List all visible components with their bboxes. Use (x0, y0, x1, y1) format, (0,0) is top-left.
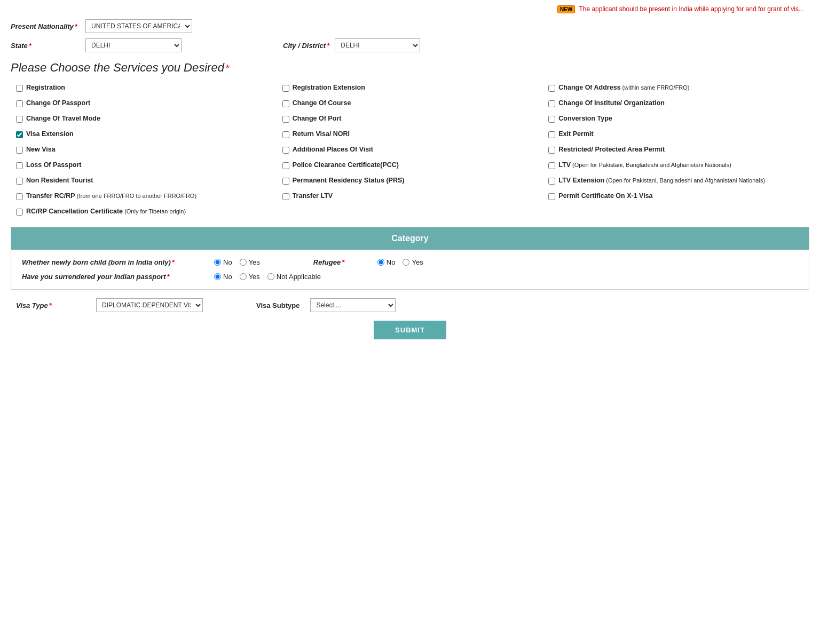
label-change-of-port[interactable]: Change Of Port (293, 115, 342, 122)
checkbox-registration-extension[interactable] (282, 85, 289, 92)
checkbox-transfer-ltv[interactable] (282, 193, 289, 200)
refugee-yes-radio[interactable] (403, 259, 409, 266)
checkbox-change-of-course[interactable] (282, 100, 289, 107)
service-item-change-of-address: Change Of Address (within same FRRO/FRO) (548, 82, 804, 93)
surrendered-passport-label: Have you surrendered your Indian passpor… (22, 273, 203, 281)
newly-born-radio-group: No Yes (214, 258, 260, 266)
checkbox-change-of-passport[interactable] (16, 100, 23, 107)
nationality-label: Present Nationality* (11, 22, 80, 30)
surrendered-radio-group: No Yes Not Applicable (214, 273, 321, 281)
label-registration[interactable]: Registration (26, 84, 65, 91)
surrendered-no[interactable]: No (214, 273, 232, 281)
category-section: Category Whether newly born child (born … (11, 227, 809, 290)
checkbox-permanent-residency[interactable] (282, 178, 289, 185)
label-change-of-address[interactable]: Change Of Address (within same FRRO/FRO) (558, 84, 689, 91)
surrendered-na[interactable]: Not Applicable (267, 273, 321, 281)
checkbox-police-clearance[interactable] (282, 162, 289, 169)
surrendered-no-radio[interactable] (214, 273, 221, 280)
section-title: Please Choose the Services you Desired* (11, 61, 809, 75)
service-item-change-of-travel-mode: Change Of Travel Mode (16, 113, 272, 124)
label-additional-places[interactable]: Additional Places Of Visit (293, 146, 373, 153)
label-change-of-passport[interactable]: Change Of Passport (26, 99, 90, 107)
submit-button[interactable]: SUBMIT (374, 321, 446, 339)
newly-born-yes[interactable]: Yes (240, 258, 260, 266)
checkbox-non-resident-tourist[interactable] (16, 178, 23, 185)
label-new-visa[interactable]: New Visa (26, 146, 56, 153)
service-item-permit-certificate-x1: Permit Certificate On X-1 Visa (548, 190, 804, 202)
label-change-of-institute[interactable]: Change Of Institute/ Organization (558, 99, 665, 107)
label-transfer-ltv[interactable]: Transfer LTV (293, 192, 333, 200)
label-restricted-area-permit[interactable]: Restricted/ Protected Area Permit (558, 146, 665, 153)
service-item-change-of-port: Change Of Port (282, 113, 538, 124)
checkbox-change-of-port[interactable] (282, 116, 289, 123)
service-item-visa-extension: Visa Extension (16, 129, 272, 140)
checkbox-registration[interactable] (16, 85, 23, 92)
checkbox-change-of-institute[interactable] (548, 100, 555, 107)
visa-type-label: Visa Type* (16, 301, 85, 309)
service-item-transfer-rc-rp: Transfer RC/RP (from one FRRO/FRO to ano… (16, 190, 272, 202)
refugee-no-radio[interactable] (377, 259, 384, 266)
service-item-transfer-ltv: Transfer LTV (282, 190, 538, 202)
service-item-ltv-extension: LTV Extension (Open for Pakistani, Bangl… (548, 175, 804, 186)
label-registration-extension[interactable]: Registration Extension (293, 84, 365, 91)
newly-born-yes-radio[interactable] (240, 259, 247, 266)
checkbox-change-of-travel-mode[interactable] (16, 116, 23, 123)
checkbox-restricted-area-permit[interactable] (548, 147, 555, 154)
newly-born-no[interactable]: No (214, 258, 232, 266)
category-header: Category (11, 227, 809, 250)
visa-subtype-select[interactable]: Select.... (310, 298, 396, 312)
nationality-select[interactable]: UNITED STATES OF AMERICA (85, 19, 192, 33)
visa-type-select[interactable]: DIPLOMATIC DEPENDENT VIS... (96, 298, 203, 312)
refugee-yes[interactable]: Yes (403, 258, 423, 266)
refugee-no[interactable]: No (377, 258, 396, 266)
service-item-additional-places: Additional Places Of Visit (282, 144, 538, 155)
checkbox-ltv-extension[interactable] (548, 178, 555, 185)
label-exit-permit[interactable]: Exit Permit (558, 130, 593, 138)
label-conversion-type[interactable]: Conversion Type (558, 115, 612, 122)
label-change-of-course[interactable]: Change Of Course (293, 99, 351, 107)
label-change-of-travel-mode[interactable]: Change Of Travel Mode (26, 115, 100, 122)
label-return-visa-nori[interactable]: Return Visa/ NORI (293, 130, 350, 138)
label-permanent-residency[interactable]: Permanent Residency Status (PRS) (293, 177, 405, 184)
checkbox-transfer-rc-rp[interactable] (16, 193, 23, 200)
checkbox-return-visa-nori[interactable] (282, 131, 289, 138)
service-item-permanent-residency: Permanent Residency Status (PRS) (282, 175, 538, 186)
surrendered-na-radio[interactable] (267, 273, 274, 280)
label-non-resident-tourist[interactable]: Non Resident Tourist (26, 177, 93, 184)
checkbox-permit-certificate-x1[interactable] (548, 193, 555, 200)
checkbox-conversion-type[interactable] (548, 116, 555, 123)
checkbox-additional-places[interactable] (282, 147, 289, 154)
checkbox-visa-extension[interactable] (16, 131, 23, 138)
label-transfer-rc-rp[interactable]: Transfer RC/RP (from one FRRO/FRO to ano… (26, 192, 196, 200)
label-visa-extension[interactable]: Visa Extension (26, 130, 74, 138)
label-ltv[interactable]: LTV (Open for Pakistani, Bangladeshi and… (558, 161, 731, 169)
label-ltv-extension[interactable]: LTV Extension (Open for Pakistani, Bangl… (558, 177, 765, 184)
label-police-clearance[interactable]: Police Clearance Certificate(PCC) (293, 161, 399, 169)
newly-born-label: Whether newly born child (born in India … (22, 258, 203, 266)
top-notice: NEW The applicant should be present in I… (11, 5, 809, 13)
surrendered-passport-row: Have you surrendered your Indian passpor… (22, 273, 798, 281)
refugee-radio-group: No Yes (377, 258, 423, 266)
label-loss-of-passport[interactable]: Loss Of Passport (26, 161, 82, 169)
checkbox-ltv[interactable] (548, 162, 555, 169)
service-item-rc-rp-cancellation: RC/RP Cancellation Certificate (Only for… (16, 206, 272, 217)
newly-born-no-radio[interactable] (214, 259, 221, 266)
surrendered-yes[interactable]: Yes (240, 273, 260, 281)
checkbox-new-visa[interactable] (16, 147, 23, 154)
checkbox-exit-permit[interactable] (548, 131, 555, 138)
city-select[interactable]: DELHI (335, 38, 420, 52)
state-city-row: State* DELHI City / District* DELHI (11, 38, 809, 52)
city-label: City / District* (283, 42, 329, 50)
surrendered-yes-radio[interactable] (240, 273, 247, 280)
checkbox-loss-of-passport[interactable] (16, 162, 23, 169)
newly-born-row: Whether newly born child (born in India … (22, 258, 798, 266)
nationality-row: Present Nationality* UNITED STATES OF AM… (11, 19, 809, 33)
service-item-restricted-area-permit: Restricted/ Protected Area Permit (548, 144, 804, 155)
visa-row: Visa Type* DIPLOMATIC DEPENDENT VIS... V… (11, 298, 809, 312)
label-permit-certificate-x1[interactable]: Permit Certificate On X-1 Visa (558, 192, 652, 200)
label-rc-rp-cancellation[interactable]: RC/RP Cancellation Certificate (Only for… (26, 208, 186, 215)
checkbox-change-of-address[interactable] (548, 85, 555, 92)
checkbox-rc-rp-cancellation[interactable] (16, 209, 23, 216)
state-select[interactable]: DELHI (85, 38, 182, 52)
service-item-change-of-course: Change Of Course (282, 98, 538, 109)
